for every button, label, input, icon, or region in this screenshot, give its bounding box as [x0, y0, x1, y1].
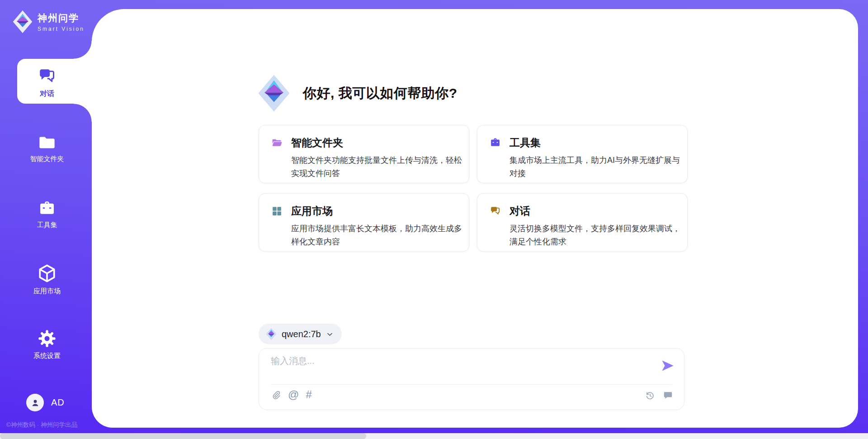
horizontal-scrollbar-thumb[interactable]: [0, 433, 366, 439]
briefcase-icon: [489, 137, 501, 148]
sidebar-item-label: 智能文件夹: [9, 155, 85, 163]
send-icon[interactable]: [660, 358, 675, 373]
card-title: 对话: [509, 204, 530, 218]
sidebar-item-settings[interactable]: 系统设置: [9, 329, 85, 360]
card-description: 灵活切换多模型文件，支持多样回复效果调试，满足个性化需求: [489, 222, 683, 248]
user-profile[interactable]: AD: [26, 394, 65, 411]
sidebar-item-label: 系统设置: [9, 352, 85, 360]
card-title: 工具集: [509, 136, 541, 150]
chevron-down-icon: [326, 330, 334, 338]
user-name: AD: [51, 397, 65, 408]
model-name: qwen2:7b: [282, 329, 321, 339]
sidebar-item-label: 工具集: [9, 221, 85, 229]
tab-curve-top: [74, 41, 92, 59]
chat-icon: [37, 67, 57, 86]
grid-icon: [271, 205, 283, 217]
composer-divider: [271, 384, 672, 385]
briefcase-icon: [37, 200, 57, 218]
brand-logo-block: 神州问学 Smart Vision: [12, 10, 85, 33]
folder-icon: [37, 134, 57, 152]
card-title: 应用市场: [291, 204, 333, 218]
diamond-logo-icon: [12, 10, 33, 33]
card-description: 智能文件夹功能支持批量文件上传与清洗，轻松实现文件问答: [271, 154, 464, 180]
hashtag-icon[interactable]: #: [306, 389, 311, 400]
attachment-icon[interactable]: [271, 390, 281, 400]
sidebar-item-label: 对话: [9, 89, 85, 99]
person-icon: [30, 397, 41, 408]
mention-icon[interactable]: @: [288, 389, 299, 400]
card-title: 智能文件夹: [291, 136, 343, 150]
greeting-text: 你好, 我可以如何帮助你?: [303, 84, 458, 103]
card-chat[interactable]: 对话 灵活切换多模型文件，支持多样回复效果调试，满足个性化需求: [477, 193, 688, 252]
sidebar-item-chat[interactable]: 对话: [9, 67, 85, 99]
avatar[interactable]: [26, 394, 44, 411]
copyright-text: ©神州数码 · 神州问学出品: [6, 421, 77, 429]
diamond-logo-icon: [258, 74, 290, 113]
message-input[interactable]: [271, 355, 651, 381]
tab-curve-bottom: [74, 104, 92, 122]
chat-icon: [489, 205, 501, 217]
card-smart-folder[interactable]: 智能文件夹 智能文件夹功能支持批量文件上传与清洗，轻松实现文件问答: [259, 125, 469, 183]
brand-subtitle: Smart Vision: [38, 26, 85, 32]
card-toolset[interactable]: 工具集 集成市场上主流工具，助力AI与外界无缝扩展与对接: [477, 125, 688, 183]
folder-open-icon: [271, 137, 283, 148]
diamond-logo-icon: [266, 328, 277, 340]
horizontal-scrollbar-track[interactable]: [0, 433, 868, 439]
feedback-bubble-icon[interactable]: [663, 390, 673, 401]
cube-icon: [37, 263, 57, 284]
sidebar-item-label: 应用市场: [9, 287, 85, 296]
sidebar-item-smart-folder[interactable]: 智能文件夹: [9, 134, 85, 163]
card-description: 应用市场提供丰富长文本模板，助力高效生成多样化文章内容: [271, 222, 464, 248]
model-selector[interactable]: qwen2:7b: [259, 324, 342, 344]
sidebar-item-toolset[interactable]: 工具集: [9, 200, 85, 229]
greeting-block: 你好, 我可以如何帮助你?: [258, 74, 458, 113]
message-composer: @ #: [259, 348, 684, 410]
sidebar-item-app-market[interactable]: 应用市场: [9, 263, 85, 296]
gear-icon: [37, 329, 57, 348]
card-app-market[interactable]: 应用市场 应用市场提供丰富长文本模板，助力高效生成多样化文章内容: [259, 193, 469, 252]
card-description: 集成市场上主流工具，助力AI与外界无缝扩展与对接: [489, 154, 683, 180]
history-icon[interactable]: [645, 391, 655, 401]
brand-name: 神州问学: [38, 12, 85, 24]
